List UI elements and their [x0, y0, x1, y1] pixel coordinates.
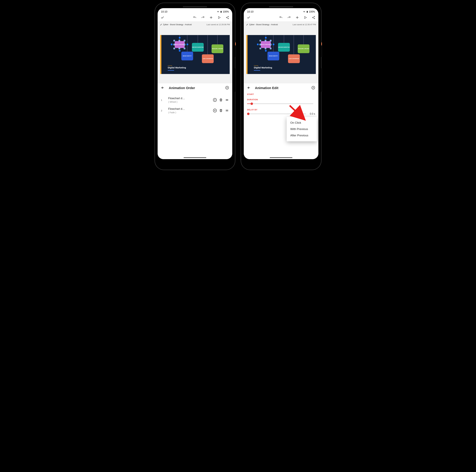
speaker [269, 6, 293, 7]
confirm-button[interactable] [247, 16, 250, 19]
animation-list-item[interactable]: 1 Flowchart d… ( Wheel ) [161, 95, 229, 105]
animation-order-panel: Animation Order 1 Flowchart d… ( Wheel )… [158, 83, 232, 159]
shape-brand[interactable]: BRAND IDENTITY [181, 52, 193, 60]
share-button[interactable] [312, 16, 315, 19]
popup-option-with-previous[interactable]: With Previous [290, 126, 313, 132]
item-name: Flowchart d… [168, 107, 211, 111]
delete-item-button[interactable] [219, 109, 223, 113]
document-bar: Zylker - Brand Strategy - Android Last s… [158, 22, 232, 28]
toolbar [244, 15, 318, 22]
battery-text: 100% [309, 10, 315, 13]
shape-build-strategy[interactable]: BUILD STRATEGY [261, 41, 271, 48]
slide-canvas[interactable]: BUILD STRATEGY INBOUND MARKETING MEASURE… [244, 28, 318, 83]
last-saved: Last saved at 12:26:06 PM [206, 23, 230, 26]
undo-button[interactable] [193, 16, 197, 19]
item-index: 1 [161, 99, 163, 101]
last-saved: Last saved at 12:30:47 PM [292, 23, 316, 26]
popup-option-on-click[interactable]: On Click [290, 120, 313, 126]
status-bar: 10:10 100% [244, 8, 318, 15]
battery-icon [220, 10, 222, 13]
volume-button[interactable] [321, 68, 322, 92]
shape-measure[interactable]: MEASURE & REVIEW [212, 44, 223, 53]
toolbar [158, 15, 232, 22]
shape-lead[interactable]: LEAD CONVERSION [288, 54, 300, 63]
slide: BUILD STRATEGY INBOUND MARKETING MEASURE… [246, 35, 316, 74]
power-button[interactable] [321, 45, 322, 57]
slide-underline [254, 70, 260, 71]
home-indicator[interactable] [184, 157, 206, 158]
shape-inbound[interactable]: INBOUND MARKETING [192, 43, 204, 52]
home-indicator[interactable] [270, 157, 292, 158]
delete-item-button[interactable] [219, 98, 223, 102]
slide-canvas[interactable]: BUILD STRATEGY INBOUND MARKETING MEASURE… [158, 28, 232, 83]
shape-inbound[interactable]: INBOUND MARKETING [278, 43, 290, 52]
play-all-button[interactable] [311, 86, 315, 90]
play-button[interactable] [218, 16, 221, 19]
animation-list-item[interactable]: 2 Flowchart d… ( Fade ) [161, 105, 229, 116]
back-button[interactable] [247, 86, 251, 90]
delay-value: 0.0 s [308, 113, 315, 115]
confirm-button[interactable] [161, 16, 164, 19]
delay-label: DELAY BY [247, 109, 315, 111]
back-button[interactable] [161, 86, 165, 90]
status-bar: 10:10 100% [158, 8, 232, 15]
item-effect: ( Wheel ) [168, 100, 211, 103]
redo-button[interactable] [287, 16, 291, 19]
undo-button[interactable] [279, 16, 283, 19]
speaker [183, 6, 207, 7]
duration-label: DURATION [247, 98, 315, 101]
slide: BUILD STRATEGY INBOUND MARKETING MEASURE… [160, 35, 230, 74]
slide-underline [168, 70, 174, 71]
shape-brand[interactable]: BRAND IDENTITY [268, 52, 279, 60]
shape-measure[interactable]: MEASURE & REVIEW [298, 44, 309, 53]
panel-title: Animation Edit [255, 86, 307, 90]
wifi-icon [217, 10, 220, 13]
delay-slider[interactable] [247, 112, 306, 115]
volume-button[interactable] [235, 68, 236, 92]
status-time: 10:10 [247, 10, 254, 13]
phone-left: 10:10 100% Zylker - Brand Strate [155, 3, 235, 170]
slide-title: Digital Marketing [254, 66, 272, 69]
play-button[interactable] [304, 16, 307, 19]
phone-right: 10:10 100% Zylker - Brand Strate [241, 3, 321, 170]
battery-text: 100% [223, 10, 229, 13]
item-effect: ( Fade ) [168, 111, 211, 114]
edit-icon [160, 24, 162, 26]
power-button[interactable] [235, 45, 236, 57]
battery-icon [306, 10, 308, 13]
share-button[interactable] [226, 16, 229, 19]
document-title: Zylker - Brand Strategy - Android [163, 23, 192, 26]
item-name: Flowchart d… [168, 97, 211, 100]
add-button[interactable] [209, 16, 213, 19]
drag-handle[interactable] [225, 109, 229, 113]
edit-icon [246, 24, 248, 26]
slide-title: Digital Marketing [168, 66, 186, 69]
document-bar: Zylker - Brand Strategy - Android Last s… [244, 22, 318, 28]
start-popup-menu: On Click With Previous After Previous [287, 117, 317, 141]
slide-overline: Overview [254, 65, 258, 66]
slide-overline: Overview [168, 65, 172, 66]
document-title: Zylker - Brand Strategy - Android [249, 23, 278, 26]
panel-title: Animation Order [169, 86, 221, 90]
add-button[interactable] [295, 16, 299, 19]
shape-lead[interactable]: LEAD CONVERSION [202, 54, 214, 63]
item-index: 2 [161, 109, 163, 112]
play-item-button[interactable] [213, 109, 217, 113]
status-time: 10:10 [161, 10, 168, 13]
wifi-icon [303, 10, 306, 13]
start-label: START [247, 93, 315, 96]
duration-slider[interactable] [247, 102, 313, 105]
drag-handle[interactable] [225, 98, 229, 102]
shape-build-strategy[interactable]: BUILD STRATEGY [175, 41, 185, 48]
play-all-button[interactable] [225, 86, 229, 90]
redo-button[interactable] [201, 16, 205, 19]
play-item-button[interactable] [213, 98, 217, 102]
popup-option-after-previous[interactable]: After Previous [290, 132, 313, 139]
